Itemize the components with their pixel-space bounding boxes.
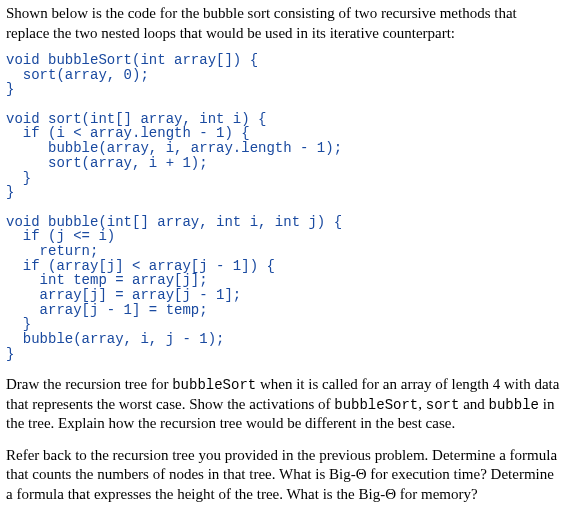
- q1-mono2: bubbleSort: [334, 397, 418, 413]
- code-block: void bubbleSort(int array[]) { sort(arra…: [6, 53, 562, 361]
- q1-mono3: sort: [426, 397, 460, 413]
- q1-mono1: bubbleSort: [172, 377, 256, 393]
- question-2: Refer back to the recursion tree you pro…: [6, 446, 562, 505]
- intro-text: Shown below is the code for the bubble s…: [6, 4, 562, 43]
- q1-part1: Draw the recursion tree for: [6, 376, 172, 392]
- q1-part4: and: [459, 396, 488, 412]
- q1-mono4: bubble: [489, 397, 539, 413]
- question-1: Draw the recursion tree for bubbleSort w…: [6, 375, 562, 434]
- q1-part3: ,: [418, 396, 426, 412]
